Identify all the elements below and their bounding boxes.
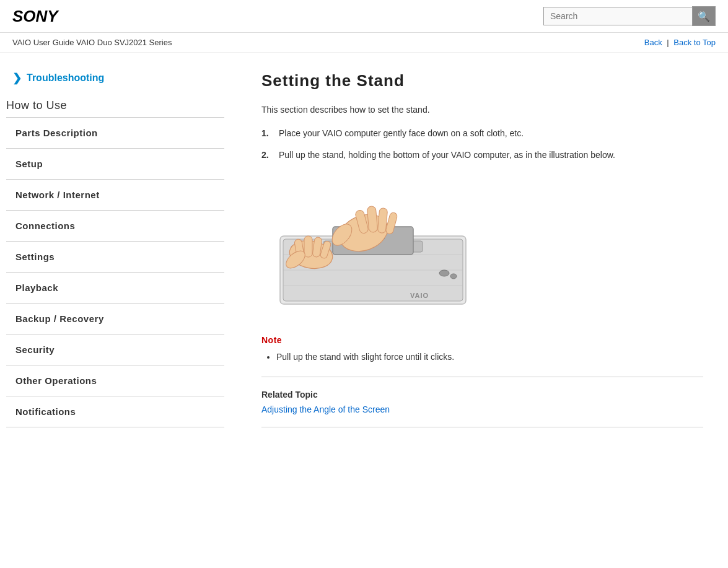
back-to-top-link[interactable]: Back to Top [673, 38, 716, 47]
content-area: Setting the Stand This section describes… [230, 53, 728, 559]
search-button[interactable]: 🔍 [692, 6, 716, 26]
steps-list: 1. Place your VAIO computer gently face … [261, 126, 703, 162]
note-section: Note Pull up the stand with slight force… [261, 335, 703, 364]
breadcrumb-bar: VAIO User Guide VAIO Duo SVJ2021 Series … [0, 33, 728, 53]
sidebar-item-security[interactable]: Security [0, 334, 230, 365]
related-topic-link[interactable]: Adjusting the Angle of the Screen [261, 404, 390, 414]
related-topic-section: Related Topic Adjusting the Angle of the… [261, 390, 703, 414]
section-intro: This section describes how to set the st… [261, 103, 703, 116]
logo-area: SONY [12, 8, 58, 24]
sidebar-item-other-operations[interactable]: Other Operations [0, 365, 230, 396]
step-1-text: Place your VAIO computer gently face dow… [279, 126, 524, 140]
step-2-num: 2. [261, 148, 274, 162]
sony-logo: SONY [12, 8, 58, 24]
svg-point-9 [450, 274, 457, 279]
note-item-1: Pull up the stand with slight force unti… [276, 350, 703, 364]
content-divider-2 [261, 427, 703, 427]
main: ❯ Troubleshooting How to Use Parts Descr… [0, 53, 728, 559]
content-divider-1 [261, 377, 703, 377]
sidebar-item-backup-recovery[interactable]: Backup / Recovery [0, 304, 230, 334]
sidebar-item-connections[interactable]: Connections [0, 211, 230, 241]
sidebar-item-setup[interactable]: Setup [0, 149, 230, 179]
note-title: Note [261, 335, 703, 345]
svg-text:VAIO: VAIO [410, 292, 429, 299]
svg-point-8 [439, 270, 449, 276]
sidebar-item-network-internet[interactable]: Network / Internet [0, 180, 230, 210]
sidebar-section-label: Troubleshooting [27, 72, 104, 84]
page-title: Setting the Stand [261, 71, 703, 90]
illustration-area: VAIO [261, 174, 485, 317]
nav-separator: | [667, 38, 669, 47]
step-2-text: Pull up the stand, holding the bottom of… [279, 148, 615, 162]
sidebar-item-notifications[interactable]: Notifications [0, 396, 230, 427]
sidebar-item-parts-description[interactable]: Parts Description [0, 118, 230, 148]
search-input[interactable] [543, 7, 692, 25]
sidebar-section-title[interactable]: ❯ Troubleshooting [0, 65, 230, 94]
related-topic-title: Related Topic [261, 390, 703, 400]
header: SONY 🔍 [0, 0, 728, 33]
stand-illustration: VAIO [261, 174, 485, 317]
svg-rect-12 [367, 206, 378, 233]
sidebar-item-playback[interactable]: Playback [0, 273, 230, 303]
step-1: 1. Place your VAIO computer gently face … [261, 126, 703, 140]
nav-links: Back | Back to Top [644, 38, 716, 47]
step-1-num: 1. [261, 126, 274, 140]
search-area: 🔍 [543, 6, 716, 26]
sidebar-group-title: How to Use [0, 94, 230, 117]
sidebar: ❯ Troubleshooting How to Use Parts Descr… [0, 53, 230, 559]
step-2: 2. Pull up the stand, holding the bottom… [261, 148, 703, 162]
sidebar-item-settings[interactable]: Settings [0, 242, 230, 272]
search-icon: 🔍 [698, 11, 710, 22]
note-list: Pull up the stand with slight force unti… [261, 350, 703, 364]
back-link[interactable]: Back [644, 38, 662, 47]
sidebar-divider-10 [6, 427, 224, 427]
guide-title: VAIO User Guide VAIO Duo SVJ2021 Series [12, 38, 172, 47]
chevron-icon: ❯ [12, 71, 22, 85]
svg-rect-18 [304, 236, 312, 257]
